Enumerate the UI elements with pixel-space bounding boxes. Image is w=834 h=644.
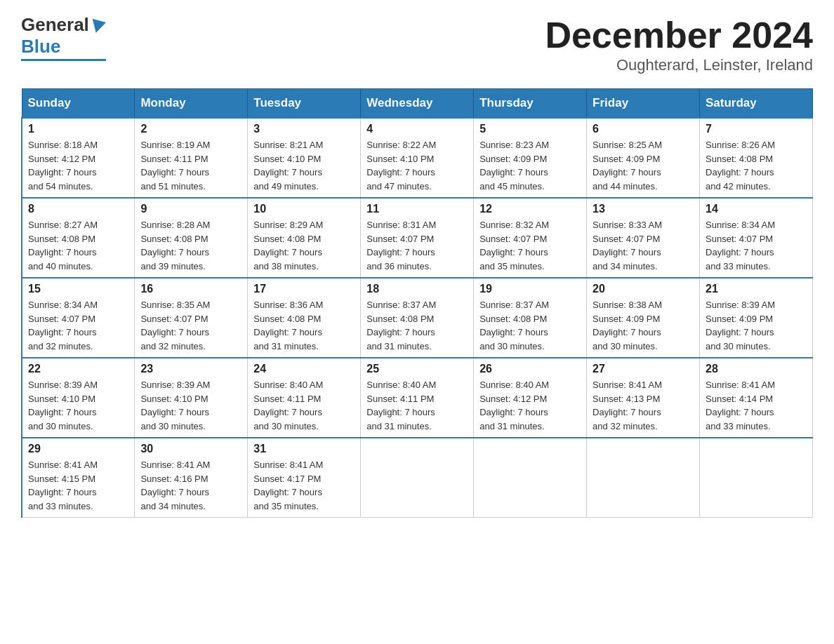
day-number: 6 — [593, 123, 694, 135]
calendar-cell: 13Sunrise: 8:33 AMSunset: 4:07 PMDayligh… — [587, 198, 700, 278]
calendar-cell: 12Sunrise: 8:32 AMSunset: 4:07 PMDayligh… — [474, 198, 587, 278]
day-info: Sunrise: 8:40 AMSunset: 4:11 PMDaylight:… — [253, 378, 355, 433]
calendar-table: SundayMondayTuesdayWednesdayThursdayFrid… — [21, 88, 813, 518]
day-info: Sunrise: 8:25 AMSunset: 4:09 PMDaylight:… — [593, 138, 694, 193]
calendar-cell — [361, 438, 474, 518]
day-info: Sunrise: 8:41 AMSunset: 4:16 PMDaylight:… — [140, 458, 241, 513]
calendar-cell: 21Sunrise: 8:39 AMSunset: 4:09 PMDayligh… — [700, 278, 813, 358]
header-cell-wednesday: Wednesday — [361, 89, 474, 119]
day-info: Sunrise: 8:37 AMSunset: 4:08 PMDaylight:… — [479, 298, 581, 353]
calendar-cell: 9Sunrise: 8:28 AMSunset: 4:08 PMDaylight… — [135, 198, 248, 278]
calendar-week-1: 1Sunrise: 8:18 AMSunset: 4:12 PMDaylight… — [22, 118, 813, 198]
header-row: SundayMondayTuesdayWednesdayThursdayFrid… — [22, 89, 813, 119]
day-number: 26 — [479, 363, 581, 375]
day-number: 1 — [28, 123, 128, 135]
day-info: Sunrise: 8:41 AMSunset: 4:13 PMDaylight:… — [593, 378, 694, 433]
calendar-cell: 26Sunrise: 8:40 AMSunset: 4:12 PMDayligh… — [474, 358, 587, 438]
day-info: Sunrise: 8:39 AMSunset: 4:10 PMDaylight:… — [140, 378, 241, 433]
header-cell-thursday: Thursday — [474, 89, 587, 119]
day-number: 30 — [140, 443, 241, 455]
day-number: 7 — [706, 123, 807, 135]
day-info: Sunrise: 8:18 AMSunset: 4:12 PMDaylight:… — [28, 138, 128, 193]
calendar-week-4: 22Sunrise: 8:39 AMSunset: 4:10 PMDayligh… — [22, 358, 813, 438]
day-number: 4 — [366, 123, 468, 135]
calendar-cell: 15Sunrise: 8:34 AMSunset: 4:07 PMDayligh… — [22, 278, 135, 358]
calendar-cell — [474, 438, 587, 518]
logo-triangle-icon — [89, 18, 106, 34]
day-number: 27 — [593, 363, 694, 375]
day-info: Sunrise: 8:41 AMSunset: 4:15 PMDaylight:… — [28, 458, 128, 513]
day-info: Sunrise: 8:40 AMSunset: 4:11 PMDaylight:… — [366, 378, 468, 433]
day-number: 15 — [28, 283, 128, 295]
calendar-week-5: 29Sunrise: 8:41 AMSunset: 4:15 PMDayligh… — [22, 438, 813, 518]
day-number: 24 — [253, 363, 355, 375]
calendar-cell: 4Sunrise: 8:22 AMSunset: 4:10 PMDaylight… — [361, 118, 474, 198]
day-info: Sunrise: 8:41 AMSunset: 4:17 PMDaylight:… — [253, 458, 355, 513]
header-cell-monday: Monday — [135, 89, 248, 119]
calendar-cell: 5Sunrise: 8:23 AMSunset: 4:09 PMDaylight… — [474, 118, 587, 198]
calendar-cell: 31Sunrise: 8:41 AMSunset: 4:17 PMDayligh… — [248, 438, 361, 518]
day-info: Sunrise: 8:41 AMSunset: 4:14 PMDaylight:… — [706, 378, 807, 433]
day-info: Sunrise: 8:36 AMSunset: 4:08 PMDaylight:… — [253, 298, 355, 353]
day-info: Sunrise: 8:40 AMSunset: 4:12 PMDaylight:… — [479, 378, 581, 433]
calendar-week-3: 15Sunrise: 8:34 AMSunset: 4:07 PMDayligh… — [22, 278, 813, 358]
month-title: December 2024 — [545, 14, 813, 56]
calendar-cell: 16Sunrise: 8:35 AMSunset: 4:07 PMDayligh… — [135, 278, 248, 358]
calendar-cell: 18Sunrise: 8:37 AMSunset: 4:08 PMDayligh… — [361, 278, 474, 358]
title-block: December 2024 Oughterard, Leinster, Irel… — [545, 14, 813, 74]
day-number: 20 — [593, 283, 694, 295]
day-info: Sunrise: 8:37 AMSunset: 4:08 PMDaylight:… — [366, 298, 468, 353]
logo: General Blue — [21, 14, 106, 61]
calendar-cell: 19Sunrise: 8:37 AMSunset: 4:08 PMDayligh… — [474, 278, 587, 358]
day-info: Sunrise: 8:38 AMSunset: 4:09 PMDaylight:… — [593, 298, 694, 353]
calendar-cell: 29Sunrise: 8:41 AMSunset: 4:15 PMDayligh… — [22, 438, 135, 518]
calendar-body: 1Sunrise: 8:18 AMSunset: 4:12 PMDaylight… — [22, 118, 813, 518]
day-number: 13 — [593, 203, 694, 215]
day-info: Sunrise: 8:39 AMSunset: 4:10 PMDaylight:… — [28, 378, 128, 433]
day-info: Sunrise: 8:23 AMSunset: 4:09 PMDaylight:… — [479, 138, 581, 193]
calendar-cell: 8Sunrise: 8:27 AMSunset: 4:08 PMDaylight… — [22, 198, 135, 278]
calendar-cell: 10Sunrise: 8:29 AMSunset: 4:08 PMDayligh… — [248, 198, 361, 278]
calendar-cell: 14Sunrise: 8:34 AMSunset: 4:07 PMDayligh… — [700, 198, 813, 278]
day-info: Sunrise: 8:34 AMSunset: 4:07 PMDaylight:… — [28, 298, 128, 353]
day-number: 31 — [253, 443, 355, 455]
location: Oughterard, Leinster, Ireland — [545, 56, 813, 74]
calendar-cell: 7Sunrise: 8:26 AMSunset: 4:08 PMDaylight… — [700, 118, 813, 198]
day-number: 29 — [28, 443, 128, 455]
day-number: 17 — [253, 283, 355, 295]
day-number: 22 — [28, 363, 128, 375]
day-info: Sunrise: 8:21 AMSunset: 4:10 PMDaylight:… — [253, 138, 355, 193]
calendar-cell: 11Sunrise: 8:31 AMSunset: 4:07 PMDayligh… — [361, 198, 474, 278]
calendar-cell: 22Sunrise: 8:39 AMSunset: 4:10 PMDayligh… — [22, 358, 135, 438]
day-info: Sunrise: 8:32 AMSunset: 4:07 PMDaylight:… — [479, 218, 581, 273]
day-info: Sunrise: 8:31 AMSunset: 4:07 PMDaylight:… — [366, 218, 468, 273]
day-info: Sunrise: 8:27 AMSunset: 4:08 PMDaylight:… — [28, 218, 128, 273]
header-cell-tuesday: Tuesday — [248, 89, 361, 119]
calendar-cell: 25Sunrise: 8:40 AMSunset: 4:11 PMDayligh… — [361, 358, 474, 438]
calendar-cell: 23Sunrise: 8:39 AMSunset: 4:10 PMDayligh… — [135, 358, 248, 438]
day-number: 5 — [479, 123, 581, 135]
logo-blue: Blue — [21, 36, 60, 58]
day-info: Sunrise: 8:39 AMSunset: 4:09 PMDaylight:… — [706, 298, 807, 353]
day-info: Sunrise: 8:28 AMSunset: 4:08 PMDaylight:… — [140, 218, 241, 273]
calendar-cell: 3Sunrise: 8:21 AMSunset: 4:10 PMDaylight… — [248, 118, 361, 198]
day-info: Sunrise: 8:29 AMSunset: 4:08 PMDaylight:… — [253, 218, 355, 273]
calendar-cell: 27Sunrise: 8:41 AMSunset: 4:13 PMDayligh… — [587, 358, 700, 438]
day-number: 12 — [479, 203, 581, 215]
calendar-cell: 30Sunrise: 8:41 AMSunset: 4:16 PMDayligh… — [135, 438, 248, 518]
day-number: 8 — [28, 203, 128, 215]
day-number: 10 — [253, 203, 355, 215]
day-number: 2 — [140, 123, 241, 135]
header-cell-sunday: Sunday — [22, 89, 135, 119]
calendar-header: SundayMondayTuesdayWednesdayThursdayFrid… — [22, 89, 813, 119]
day-number: 21 — [706, 283, 807, 295]
day-number: 18 — [366, 283, 468, 295]
day-number: 25 — [366, 363, 468, 375]
day-info: Sunrise: 8:34 AMSunset: 4:07 PMDaylight:… — [706, 218, 807, 273]
calendar-cell: 24Sunrise: 8:40 AMSunset: 4:11 PMDayligh… — [248, 358, 361, 438]
header-cell-saturday: Saturday — [700, 89, 813, 119]
day-number: 19 — [479, 283, 581, 295]
calendar-cell: 2Sunrise: 8:19 AMSunset: 4:11 PMDaylight… — [135, 118, 248, 198]
calendar-cell — [587, 438, 700, 518]
day-info: Sunrise: 8:35 AMSunset: 4:07 PMDaylight:… — [140, 298, 241, 353]
